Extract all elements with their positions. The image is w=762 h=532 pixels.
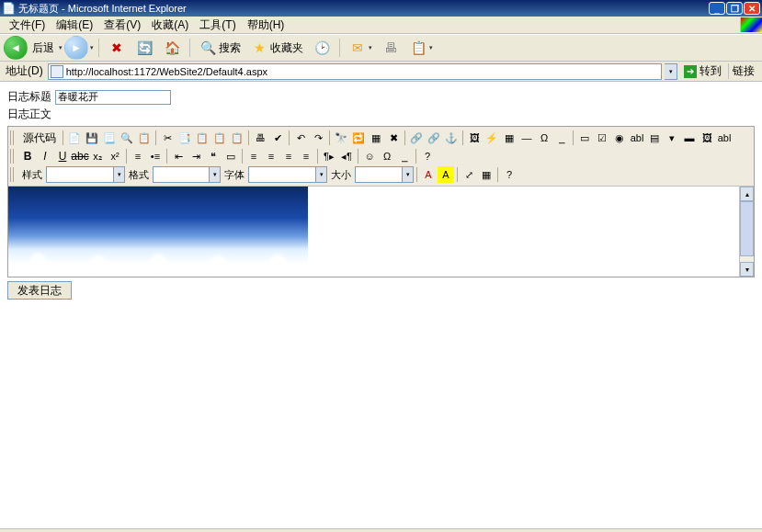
refresh-button[interactable]: 🔄: [131, 38, 157, 58]
imagebutton-button[interactable]: 🖼: [699, 130, 715, 146]
superscript-button[interactable]: x²: [107, 148, 123, 164]
menu-edit[interactable]: 编辑(E): [51, 16, 98, 35]
radio-button[interactable]: ◉: [611, 130, 628, 146]
inserted-image[interactable]: [8, 187, 308, 277]
menu-file[interactable]: 文件(F): [4, 16, 51, 35]
indent-button[interactable]: ⇥: [188, 148, 204, 164]
print-button[interactable]: 🖶: [378, 38, 404, 58]
align-right-button[interactable]: ≡: [280, 148, 297, 164]
print-button[interactable]: 🖶: [252, 130, 268, 146]
maximize-button[interactable]: ⤢: [461, 166, 477, 183]
canvas-blank[interactable]: [308, 187, 739, 277]
go-button[interactable]: ➔ 转到: [680, 63, 725, 80]
bold-button[interactable]: B: [19, 148, 36, 164]
find-button[interactable]: 🔭: [333, 130, 349, 146]
italic-button[interactable]: I: [37, 148, 53, 164]
search-button[interactable]: 🔍搜索: [195, 38, 245, 58]
style-select[interactable]: ▾: [46, 166, 125, 183]
back-dropdown[interactable]: ▾: [59, 44, 63, 51]
forward-dropdown[interactable]: ▾: [90, 44, 94, 51]
align-justify-button[interactable]: ≡: [298, 148, 314, 164]
textcolor-button[interactable]: A: [420, 166, 437, 183]
links-label[interactable]: 链接: [728, 63, 758, 79]
title-input[interactable]: [55, 90, 171, 105]
stop-button[interactable]: ✖: [104, 38, 130, 58]
pagebreak-button[interactable]: ⎯: [553, 130, 570, 146]
preview-button[interactable]: 🔍: [119, 130, 135, 146]
pagebreak2-button[interactable]: ⎯: [396, 148, 413, 164]
cut-button[interactable]: ✂: [159, 130, 176, 146]
maximize-button[interactable]: ❐: [726, 2, 743, 15]
link-button[interactable]: 🔗: [408, 130, 425, 146]
undo-button[interactable]: ↶: [292, 130, 309, 146]
showblocks-button[interactable]: ▦: [478, 166, 495, 183]
align-center-button[interactable]: ≡: [263, 148, 279, 164]
scroll-up[interactable]: ▴: [740, 187, 754, 201]
paste-button[interactable]: 📋: [194, 130, 210, 146]
edit-button[interactable]: 📋▾: [405, 38, 437, 58]
redo-button[interactable]: ↷: [310, 130, 326, 146]
grip[interactable]: [10, 167, 16, 182]
underline-button[interactable]: U: [54, 148, 71, 164]
textarea-button[interactable]: ▤: [646, 130, 663, 146]
format-select[interactable]: ▾: [153, 166, 221, 183]
textfield-button[interactable]: abl: [629, 130, 645, 146]
size-select[interactable]: ▾: [355, 166, 414, 183]
back-label[interactable]: 后退: [29, 40, 57, 56]
copy-button[interactable]: 📑: [176, 130, 193, 146]
menu-view[interactable]: 查看(V): [98, 16, 146, 35]
grip[interactable]: [10, 149, 16, 164]
smiley-button[interactable]: ☺: [361, 148, 378, 164]
menu-tools[interactable]: 工具(T): [194, 16, 241, 35]
newpage-button[interactable]: 📃: [101, 130, 118, 146]
favorites-button[interactable]: ★收藏夹: [246, 38, 307, 58]
address-input[interactable]: [66, 66, 659, 77]
scroll-thumb[interactable]: [740, 201, 754, 256]
mail-button[interactable]: ✉▾: [345, 38, 376, 58]
new-button[interactable]: 📄: [66, 130, 83, 146]
flash-button[interactable]: ⚡: [483, 130, 500, 146]
align-left-button[interactable]: ≡: [245, 148, 262, 164]
strike-button[interactable]: abc: [72, 148, 88, 164]
address-dropdown[interactable]: ▾: [665, 63, 677, 80]
special-char-button[interactable]: Ω: [536, 130, 552, 146]
replace-button[interactable]: 🔁: [350, 130, 367, 146]
help-button[interactable]: ?: [501, 166, 517, 183]
selectall-button[interactable]: ▦: [368, 130, 384, 146]
scroll-down[interactable]: ▾: [740, 262, 754, 277]
checkbox-button[interactable]: ☑: [594, 130, 610, 146]
menu-favorites[interactable]: 收藏(A): [146, 16, 194, 35]
history-button[interactable]: 🕑: [309, 38, 335, 58]
special-button[interactable]: Ω: [379, 148, 395, 164]
form-button[interactable]: ▭: [576, 130, 593, 146]
removeformat-button[interactable]: ✖: [385, 130, 402, 146]
hr-button[interactable]: —: [518, 130, 535, 146]
paste-word-button[interactable]: 📋: [229, 130, 245, 146]
image-button[interactable]: 🖼: [466, 130, 483, 146]
outdent-button[interactable]: ⇤: [170, 148, 187, 164]
rtl-button[interactable]: ◂¶: [338, 148, 355, 164]
subscript-button[interactable]: x₂: [89, 148, 106, 164]
font-select[interactable]: ▾: [248, 166, 327, 183]
hidden-button[interactable]: abl: [716, 130, 733, 146]
ltr-button[interactable]: ¶▸: [321, 148, 337, 164]
bgcolor-button[interactable]: A: [438, 166, 454, 183]
submit-button[interactable]: 发表日志: [7, 281, 72, 300]
scrollbar[interactable]: ▴ ▾: [739, 187, 754, 277]
back-button[interactable]: ◄: [4, 36, 28, 60]
save-button[interactable]: 💾: [84, 130, 100, 146]
table-button[interactable]: ▦: [501, 130, 517, 146]
unlink-button[interactable]: 🔗: [426, 130, 442, 146]
address-box[interactable]: [48, 63, 662, 80]
close-button[interactable]: ✕: [744, 2, 760, 15]
div-button[interactable]: ▭: [222, 148, 239, 164]
minimize-button[interactable]: _: [709, 2, 725, 15]
grip[interactable]: [10, 130, 16, 145]
ul-button[interactable]: •≡: [147, 148, 164, 164]
template-button[interactable]: 📋: [136, 130, 153, 146]
source-button[interactable]: 源代码: [19, 130, 60, 146]
home-button[interactable]: 🏠: [159, 38, 185, 58]
about-button[interactable]: ?: [419, 148, 436, 164]
forward-button[interactable]: ►: [64, 36, 88, 60]
editor-canvas[interactable]: ▴ ▾: [8, 187, 754, 277]
